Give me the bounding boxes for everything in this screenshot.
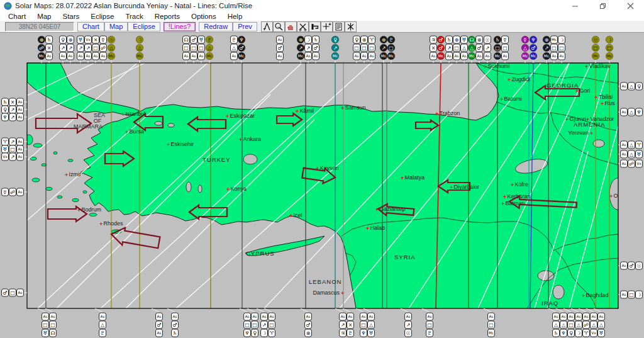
menu-item-reports[interactable]: Reports [149,13,186,20]
city-label: Zugdidi [512,76,531,82]
glyph: ♄ [447,37,451,43]
minimize-button[interactable] [561,0,589,11]
pan-hand-tool[interactable] [285,21,297,32]
glyph: □ [362,45,367,51]
glyph: As [277,37,282,42]
toolbar-button-redraw[interactable]: Redraw [199,22,233,31]
glyph: As [78,54,82,58]
calipers-tool[interactable] [261,21,273,32]
city-label: Tbilisi [599,94,613,100]
planet-line-stack-top: ⊕↗As [67,36,74,63]
glyph: ♀ [253,330,257,336]
zoom-tool[interactable] [273,21,285,32]
glyph: □ [552,45,557,51]
glyph: Mc [523,54,528,58]
window-controls [561,0,644,11]
menu-item-track[interactable]: Track [119,13,148,20]
glyph: ↗ [306,45,311,51]
menu-item-chart[interactable]: Chart [3,13,31,20]
glyph: ♇ [231,37,236,43]
menu-item-eclipse[interactable]: Eclipse [85,13,119,20]
glyph: □ [269,322,274,328]
glyph: ↗ [486,45,490,51]
glyph: × [11,99,15,105]
toolbar-button-chart[interactable]: Chart [77,22,104,31]
menu-item-map[interactable]: Map [31,13,57,20]
planet-line-stack-left: ♂□As [2,289,28,296]
glyph: □ [489,322,494,328]
glyph: ♈ [636,142,641,148]
glyph: As [361,314,365,318]
planet-line-stack-right: As♂☉ [618,262,643,269]
glyph: As [269,314,274,318]
glyph: ♂ [239,45,243,51]
glyph: As [262,314,266,318]
title-bar: Solar Maps: 28.07.2022 Aslan Burcunda Ye… [0,0,644,11]
glyph: △ [592,322,596,328]
planet-line-stack-left: ♆↗As [2,113,28,121]
menu-item-help[interactable]: Help [222,13,248,20]
glyph: ♈ [584,330,588,336]
glyph: Mc [239,54,244,58]
planet-line-stack-left: ♀↗As [2,106,28,113]
glyph: △ [470,45,474,51]
glyph: As [191,54,196,58]
glyph: △ [630,110,634,115]
glyph: □ [607,45,612,51]
planet-line-stack-top: ♀↗As [60,36,67,63]
glyph: As [599,314,603,318]
city-marker: +Rus [601,100,615,107]
city-marker: +Baghdad [582,292,609,299]
glyph: × [348,322,353,328]
toolbar-button-lines[interactable]: !Lines? [164,22,196,31]
glyph: △ [138,45,142,51]
clip-tool[interactable] [297,21,309,32]
glyph: □ [245,322,250,328]
country-label: SYRIA [394,254,416,261]
glyph: ♂ [438,45,443,51]
glyph: ♄ [172,330,177,336]
app-globe-icon [4,2,12,10]
glyph: ↗ [262,322,267,328]
city-plus-mark: + [565,116,569,123]
restore-button[interactable] [589,0,616,11]
glyph: ♄ [495,37,499,43]
clamp-tool[interactable] [309,21,321,32]
glyph: As [553,314,558,318]
toolbar-button-map[interactable]: Map [104,22,128,31]
country-label: IRAQ [541,300,558,307]
crosshair-tool[interactable] [321,21,333,32]
glyph: ♂ [191,37,196,43]
glyph: As [18,99,22,104]
glyph: As [340,314,345,318]
toolbar-button-eclipse[interactable]: Eclipse [128,22,160,31]
glyph: As [621,263,626,268]
glyph: ♂ [172,322,177,328]
country-label: CYPRUS [246,250,275,257]
glyph: As [369,314,373,318]
glyph: As [362,54,366,58]
glyph: ♃ [431,37,435,43]
glyph: Mc [333,54,338,58]
city-marker: +Vladikav [585,63,611,70]
glyph: ☊ [184,37,188,43]
glyph: ☍ [629,161,634,167]
city-plus-mark: + [289,213,292,219]
glyph: □ [93,45,98,51]
glyph: ☍ [10,189,15,195]
city-label: Eskipazar [230,113,255,119]
city-marker: +Trabzon [435,110,460,117]
island [72,199,79,202]
close-button[interactable] [616,0,644,11]
star-tool[interactable] [345,21,357,32]
glyph: ↗ [299,45,303,51]
glyph: ⊕ [545,37,549,43]
city-label: Malatya [405,174,425,181]
toolbar-button-prev[interactable]: Prev [233,22,257,31]
menu-item-options[interactable]: Options [186,13,222,20]
glyph: As [406,314,410,318]
glyph: △ [109,45,114,51]
menu-item-stars[interactable]: Stars [57,13,86,20]
map-canvas[interactable]: TURKEYGEORGIAARMENIASYRIALEBANONCYPRUSIR… [0,33,644,338]
report-page-tool[interactable] [333,21,345,32]
